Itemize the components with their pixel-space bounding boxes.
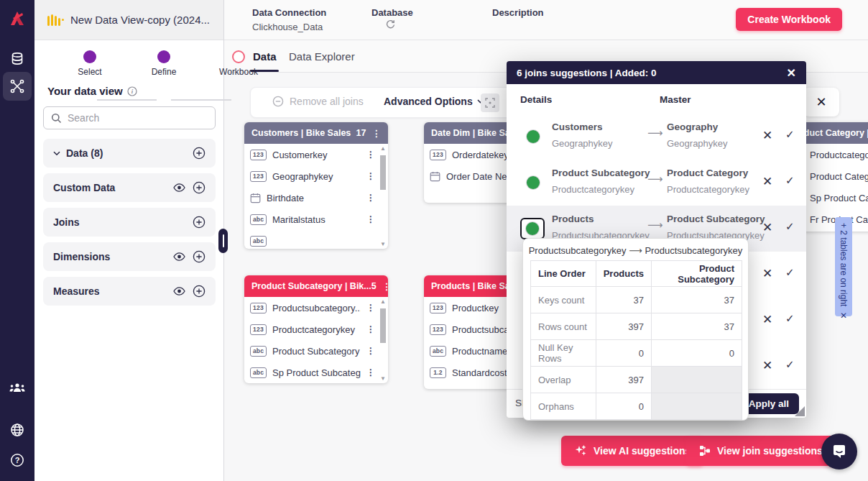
field-kebab-icon[interactable]: ⋮ <box>366 324 375 334</box>
step-circle-select[interactable] <box>83 50 96 63</box>
scrollbar-thumb[interactable] <box>380 308 386 343</box>
plus-icon <box>193 250 206 263</box>
rail-globe-nav[interactable] <box>0 416 34 444</box>
scroll-up-icon[interactable]: ▲ <box>379 145 387 152</box>
view-join-suggestions-button[interactable]: View join suggestions <box>686 436 836 466</box>
scrollbar-thumb[interactable] <box>380 155 386 190</box>
calendar-icon <box>250 193 261 203</box>
sidebar-item-measures[interactable]: Measures <box>43 277 216 306</box>
stepper-connector <box>171 99 231 101</box>
field-row[interactable]: Birthdate⋮ <box>244 187 388 209</box>
numeric-type-icon: 123 <box>250 303 267 313</box>
plus-icon <box>193 216 206 229</box>
app-logo[interactable] <box>0 6 34 32</box>
field-row[interactable]: 123Productcategorykey⋮ <box>244 319 388 340</box>
kebab-menu-icon[interactable]: ⋮ <box>382 281 388 292</box>
rail-joins-nav[interactable] <box>0 72 34 101</box>
sidebar-item-data-8[interactable]: Data (8) <box>43 139 216 168</box>
field-kebab-icon[interactable]: ⋮ <box>366 346 375 356</box>
field-row[interactable]: abcMaritalstatus⋮ <box>244 209 388 230</box>
create-workbook-button[interactable]: Create Workbook <box>736 8 842 31</box>
field-name: Product Category <box>810 171 868 182</box>
sidebar-item-joins[interactable]: Joins <box>43 208 216 237</box>
add-button[interactable] <box>193 216 206 229</box>
field-kebab-icon[interactable]: ⋮ <box>366 171 375 181</box>
field-row[interactable]: abcProduct Subcategory⋮ <box>244 340 388 362</box>
team-icon <box>9 382 25 394</box>
dataview-title: New Data View-copy (2024... <box>70 14 210 26</box>
view-ai-suggestions-button[interactable]: View AI suggestions <box>561 436 703 466</box>
step-circle-workbook[interactable] <box>232 50 245 63</box>
accept-join-icon[interactable]: ✓ <box>785 174 795 187</box>
field-kebab-icon[interactable]: ⋮ <box>366 214 375 224</box>
accept-join-icon[interactable]: ✓ <box>785 220 795 233</box>
advanced-options-button[interactable]: Advanced Options <box>384 96 484 107</box>
topbar-field-database: Database <box>371 7 413 32</box>
toggle-visibility-button[interactable] <box>173 183 185 192</box>
rail-help-nav[interactable]: ? <box>0 446 34 475</box>
view-join-suggestions-label: View join suggestions <box>717 445 823 457</box>
sidebar-item-custom-data[interactable]: Custom Data <box>43 173 216 202</box>
field-name: Maritalstatus <box>272 214 361 225</box>
numeric-type-icon: 123 <box>250 171 267 182</box>
chat-support-button[interactable] <box>821 434 857 469</box>
sidebar-item-dimensions[interactable]: Dimensions <box>43 242 216 271</box>
stats-column-header: Products <box>596 261 651 287</box>
add-button[interactable] <box>193 285 206 298</box>
table-card-header[interactable]: Product Subcategory | Bik...5⋮ <box>244 275 388 297</box>
reject-join-icon[interactable]: ✕ <box>762 220 772 235</box>
tab-data-explorer[interactable]: Data Explorer <box>289 50 355 63</box>
stats-cell <box>652 367 742 393</box>
reject-join-icon[interactable]: ✕ <box>762 358 772 373</box>
database-icon <box>10 52 24 66</box>
search-input[interactable] <box>68 112 190 124</box>
add-button[interactable] <box>193 147 206 160</box>
fit-view-button[interactable] <box>481 93 499 112</box>
scroll-down-icon[interactable]: ▼ <box>379 375 387 382</box>
field-row[interactable]: 123Geographykey⋮ <box>244 165 388 187</box>
field-kebab-icon[interactable]: ⋮ <box>366 193 375 203</box>
add-button[interactable] <box>193 181 206 194</box>
reject-join-icon[interactable]: ✕ <box>762 266 772 281</box>
modal-close-icon[interactable]: ✕ <box>787 66 796 80</box>
reject-join-icon[interactable]: ✕ <box>762 312 772 327</box>
refresh-icon[interactable] <box>386 19 395 29</box>
field-kebab-icon[interactable]: ⋮ <box>366 303 375 313</box>
add-button[interactable] <box>193 250 206 263</box>
scroll-up-icon[interactable]: ▲ <box>379 298 387 305</box>
scroll-down-icon[interactable]: ▼ <box>379 241 387 247</box>
panel-resize-handle[interactable] <box>218 229 228 253</box>
dataview-bars-icon <box>47 14 64 26</box>
accept-join-icon[interactable]: ✓ <box>785 358 795 371</box>
field-row[interactable]: 123Productsubcategory...⋮ <box>244 297 388 319</box>
remove-all-joins-button[interactable]: Remove all joins <box>272 96 364 107</box>
arrow-right-icon: ⟶ <box>647 127 663 139</box>
reject-join-icon[interactable]: ✕ <box>762 128 772 143</box>
table-card-header[interactable]: Customers | Bike Sales17⋮ <box>244 122 388 144</box>
card-scrollbar[interactable]: ▲▼ <box>379 300 387 380</box>
toggle-visibility-button[interactable] <box>173 252 185 261</box>
accept-join-icon[interactable]: ✓ <box>785 312 795 325</box>
rail-database-nav[interactable] <box>0 45 34 73</box>
tab-data[interactable]: Data <box>253 50 277 63</box>
rail-team-nav[interactable] <box>0 374 34 403</box>
close-suggestions-panel-button[interactable]: ✕ <box>803 88 839 116</box>
field-kebab-icon[interactable]: ⋮ <box>366 367 375 377</box>
toggle-visibility-button[interactable] <box>173 287 185 296</box>
kebab-menu-icon[interactable]: ⋮ <box>372 128 382 139</box>
accept-join-icon[interactable]: ✓ <box>785 266 795 279</box>
step-circle-define[interactable] <box>157 50 170 63</box>
field-kebab-icon[interactable]: ⋮ <box>366 150 375 160</box>
field-row[interactable]: 123Customerkey⋮ <box>244 144 388 165</box>
numeric-type-icon: 123 <box>430 150 446 160</box>
tables-overflow-badge[interactable]: + 2 tables are on right ✕ <box>835 217 852 316</box>
overflow-badge-close-icon[interactable]: ✕ <box>840 311 847 321</box>
stats-cell: 397 <box>596 367 651 393</box>
field-row[interactable]: abcSp Product Subcateg...⋮ <box>244 362 388 383</box>
card-scrollbar[interactable]: ▲▼ <box>379 147 387 246</box>
field-row[interactable]: abc <box>244 230 388 249</box>
modal-resize-handle[interactable] <box>795 406 805 416</box>
text-type-icon: abc <box>250 236 267 247</box>
reject-join-icon[interactable]: ✕ <box>762 174 772 189</box>
accept-join-icon[interactable]: ✓ <box>785 128 795 141</box>
